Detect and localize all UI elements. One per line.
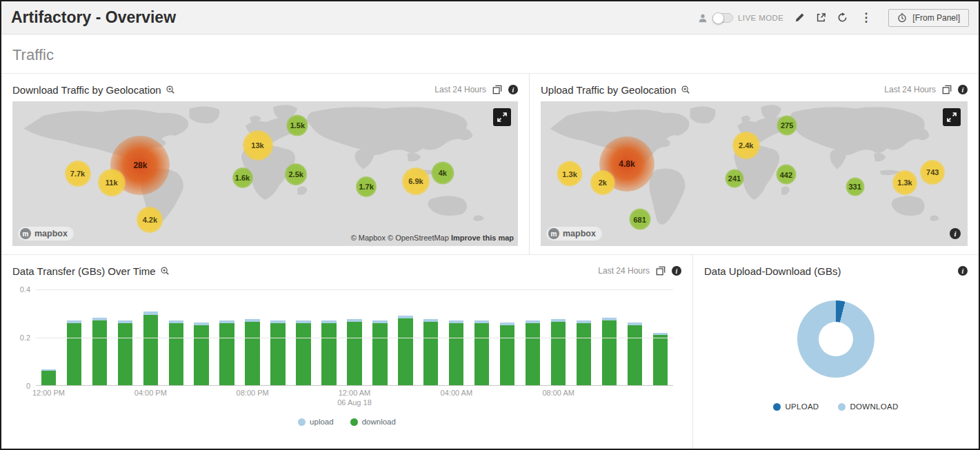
x-axis-label: 08:00 AM — [542, 389, 574, 397]
map-bubble[interactable]: 2.5k — [285, 163, 307, 185]
map-bubble[interactable]: 4k — [431, 161, 454, 184]
bar-segment-download — [347, 322, 361, 385]
x-axis-label: 08:00 PM — [237, 389, 269, 397]
section-title: Traffic — [12, 46, 54, 64]
x-axis-label: 12:00 PM — [32, 389, 65, 397]
map-bubble[interactable]: 7.7k — [65, 161, 91, 187]
live-mode-label: LIVE MODE — [738, 14, 783, 22]
bar-segment-download — [526, 323, 540, 385]
map-info-button[interactable]: i — [950, 228, 961, 239]
bottom-row: Data Transfer (GBs) Over Time Last 24 Ho… — [1, 254, 979, 449]
clock-icon — [897, 13, 907, 23]
zoom-in-icon[interactable] — [681, 85, 690, 94]
transfer-xaxis: 12:00 PM04:00 PM08:00 PM12:00 AM06 Aug 1… — [36, 389, 673, 411]
map-bubble[interactable]: 13k — [243, 130, 273, 161]
panel-title: Data Upload-Download (GBs) — [704, 265, 841, 277]
mapbox-logo[interactable]: m mapbox — [546, 227, 602, 241]
osm-attribution-link[interactable]: © OpenStreetMap — [388, 234, 449, 242]
bar-segment-download — [270, 323, 285, 385]
bar-segment-download — [92, 320, 107, 385]
export-button[interactable] — [816, 12, 826, 23]
map-bubble[interactable]: 6.9k — [402, 167, 430, 195]
donut-wrap: UPLOADDOWNLOAD — [704, 281, 968, 411]
dashboard-header: Artifactory - Overview LIVE MODE ⋮ — [1, 1, 979, 34]
bar-segment-download — [577, 323, 591, 385]
bar-segment-download — [143, 315, 158, 386]
donut-chart[interactable] — [797, 300, 874, 378]
mapbox-logo[interactable]: m mapbox — [18, 227, 74, 241]
bar-segment-download — [628, 325, 642, 385]
legend-label: upload — [310, 418, 334, 426]
transfer-plot — [36, 289, 673, 386]
upload-map[interactable]: 1.3k4.8k2k6812.4k2752414423311.3k743 m m… — [541, 101, 968, 246]
map-bubble[interactable]: 4.2k — [137, 207, 163, 233]
panel-title-text: Data Transfer (GBs) Over Time — [12, 265, 156, 277]
download-map[interactable]: 7.7k28k11k4.2k13k1.5k1.6k2.5k1.7k6.9k4k … — [12, 101, 518, 246]
bar-segment-download — [118, 323, 132, 385]
legend-item-upload[interactable]: upload — [298, 418, 334, 426]
maps-row: Download Traffic by Geolocation Last 24 … — [1, 73, 979, 254]
map-bubble[interactable]: 331 — [846, 177, 864, 196]
map-bubble[interactable]: 1.6k — [232, 167, 253, 188]
map-bubble[interactable]: 2k — [590, 170, 615, 195]
bar-segment-download — [219, 323, 234, 385]
bar-segment-download — [449, 323, 463, 385]
panels-icon[interactable] — [656, 266, 666, 276]
map-bubble[interactable]: 275 — [777, 115, 797, 135]
edit-button[interactable] — [794, 12, 805, 23]
info-icon[interactable]: i — [508, 85, 518, 94]
legend-item-download[interactable]: DOWNLOAD — [838, 402, 898, 411]
bar-segment-download — [500, 325, 514, 385]
panel-upload-traffic: Upload Traffic by Geolocation Last 24 Ho… — [529, 74, 979, 254]
map-bubble[interactable]: 2.4k — [732, 132, 760, 159]
panel-time-range: Last 24 Hours — [598, 266, 650, 276]
info-icon[interactable]: i — [672, 266, 681, 276]
time-range-selector[interactable]: [From Panel] — [888, 9, 969, 27]
y-axis-label: 0.4 — [12, 285, 30, 294]
time-range-value: [From Panel] — [912, 13, 960, 23]
zoom-in-icon[interactable] — [160, 266, 170, 276]
panel-meta: i — [958, 266, 968, 276]
panel-title-text: Upload Traffic by Geolocation — [541, 84, 677, 96]
map-bubble[interactable]: 1.3k — [557, 161, 583, 187]
map-bubble[interactable]: 11k — [98, 169, 126, 196]
more-menu-button[interactable]: ⋮ — [859, 10, 873, 25]
artifactory-dashboard: Artifactory - Overview LIVE MODE ⋮ — [0, 0, 980, 450]
panels-icon[interactable] — [942, 85, 952, 94]
legend-item-upload[interactable]: UPLOAD — [773, 402, 819, 411]
map-bubble[interactable]: 1.5k — [287, 114, 308, 136]
legend-item-download[interactable]: download — [350, 418, 396, 426]
live-mode-toggle[interactable] — [712, 13, 733, 23]
mapbox-attribution-link[interactable]: © Mapbox — [351, 234, 386, 242]
panel-header: Upload Traffic by Geolocation Last 24 Ho… — [541, 79, 968, 100]
panel-upload-download: Data Upload-Download (GBs) i UPLOADDOWNL… — [692, 255, 979, 449]
zoom-in-icon[interactable] — [166, 85, 175, 94]
improve-map-link[interactable]: Improve this map — [451, 234, 514, 242]
map-bubble[interactable]: 442 — [776, 165, 796, 185]
header-controls: LIVE MODE ⋮ [From Panel] — [698, 9, 969, 27]
map-bubble[interactable]: 1.3k — [892, 170, 917, 195]
fullscreen-button[interactable] — [943, 108, 961, 126]
map-bubble[interactable]: 1.7k — [356, 176, 377, 197]
info-icon[interactable]: i — [958, 266, 968, 276]
info-icon[interactable]: i — [958, 85, 968, 94]
map-attribution: © Mapbox © OpenStreetMap Improve this ma… — [351, 234, 514, 242]
bar-segment-download — [245, 322, 259, 385]
map-bubble[interactable]: 681 — [629, 209, 650, 230]
bar-segment-download — [551, 322, 566, 385]
transfer-legend: uploaddownload — [12, 418, 681, 426]
bar-segment-download — [194, 325, 208, 385]
panel-title: Download Traffic by Geolocation — [12, 84, 175, 96]
panels-icon[interactable] — [492, 85, 502, 94]
fullscreen-button[interactable] — [493, 108, 511, 126]
map-bubble[interactable]: 241 — [726, 169, 744, 187]
refresh-button[interactable] — [837, 12, 848, 23]
bar-segment-download — [423, 322, 438, 385]
legend-dot — [838, 403, 846, 411]
panel-download-traffic: Download Traffic by Geolocation Last 24 … — [1, 74, 529, 254]
panel-title: Data Transfer (GBs) Over Time — [12, 265, 170, 277]
x-axis-label: 12:00 AM06 Aug 18 — [337, 389, 372, 407]
map-bubble[interactable]: 743 — [920, 160, 945, 185]
section-header: Traffic — [1, 34, 979, 73]
mapbox-wordmark: mapbox — [563, 229, 596, 238]
